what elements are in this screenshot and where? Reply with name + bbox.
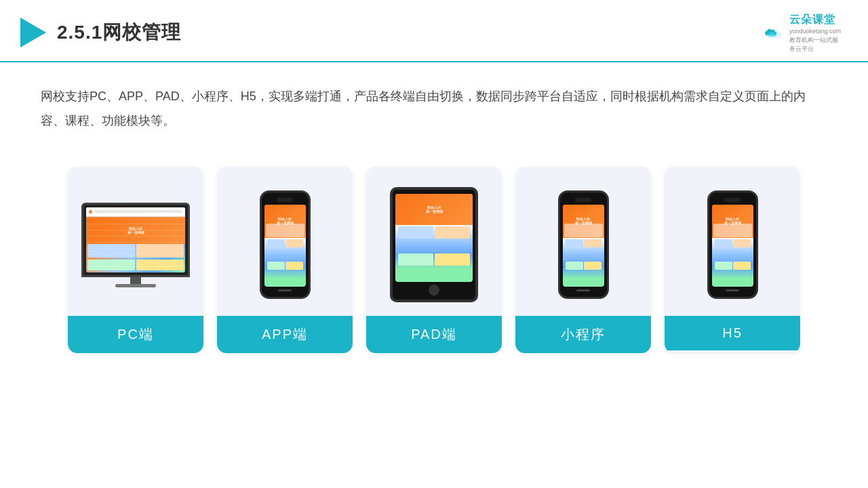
cards-section: 职达人的第一堂网课 PC端 xyxy=(0,153,868,373)
card-pad: 职达人的第一堂网课 PAD端 xyxy=(366,167,502,353)
card-miniprogram-label: 小程序 xyxy=(515,316,651,353)
phone-mockup-mp: 职达人的第一堂网课 xyxy=(558,190,609,299)
phone-home-mp xyxy=(576,289,590,291)
header-left: 2.5.1网校管理 xyxy=(20,18,181,47)
card-miniprogram: 职达人的第一堂网课 小程序 xyxy=(515,167,651,353)
phone-screen-h5: 职达人的第一堂网课 xyxy=(712,205,753,287)
card-pc-label: PC端 xyxy=(68,316,203,353)
play-icon xyxy=(20,18,46,47)
phone-home-app xyxy=(278,289,292,291)
card-pc: 职达人的第一堂网课 PC端 xyxy=(68,167,203,353)
phone-screen-app: 职达人的第一堂网课 xyxy=(264,205,306,287)
card-pad-label: PAD端 xyxy=(366,316,502,353)
phone-mockup-h5: 职达人的第一堂网课 xyxy=(707,190,758,299)
card-pc-image: 职达人的第一堂网课 xyxy=(68,167,203,316)
pc-mockup: 职达人的第一堂网课 xyxy=(81,203,190,287)
card-app-label: APP端 xyxy=(217,316,353,353)
logo-name: 云朵课堂 xyxy=(789,12,841,27)
logo-url: yunduoketang.com xyxy=(789,27,841,36)
pc-screen-frame: 职达人的第一堂网课 xyxy=(81,203,190,277)
phone-home-h5 xyxy=(726,289,739,291)
tablet-screen: 职达人的第一堂网课 xyxy=(395,194,473,282)
logo-area: 云朵课堂 yunduoketang.com 教育机构一站式服务云平台 xyxy=(762,12,841,53)
phone-notch xyxy=(277,198,293,202)
tablet-mockup: 职达人的第一堂网课 xyxy=(390,187,478,302)
logo-text: 云朵课堂 yunduoketang.com 教育机构一站式服务云平台 xyxy=(789,12,841,53)
card-app-image: 职达人的第一堂网课 xyxy=(217,167,353,316)
description: 网校支持PC、APP、PAD、小程序、H5，实现多端打通，产品各终端自由切换，数… xyxy=(0,62,868,146)
card-h5-image: 职达人的第一堂网课 xyxy=(665,167,800,316)
card-h5: 职达人的第一堂网课 H5 xyxy=(665,167,800,353)
header: 2.5.1网校管理 云朵课堂 yunduoketang.com 教育机构一站式服… xyxy=(0,0,868,62)
phone-notch-h5 xyxy=(724,198,741,202)
pc-base xyxy=(115,284,156,287)
card-app: 职达人的第一堂网课 APP端 xyxy=(217,167,353,353)
pc-screen: 职达人的第一堂网课 xyxy=(86,207,185,272)
cloud-icon xyxy=(762,26,784,39)
phone-screen-mp: 职达人的第一堂网课 xyxy=(563,205,604,287)
phone-notch-mp xyxy=(575,198,591,202)
logo-tagline: 教育机构一站式服务云平台 xyxy=(789,36,841,53)
card-pad-image: 职达人的第一堂网课 xyxy=(366,167,502,316)
pc-neck xyxy=(130,277,141,284)
page-title: 2.5.1网校管理 xyxy=(57,20,181,45)
card-h5-label: H5 xyxy=(665,316,800,350)
tablet-home-btn xyxy=(429,285,439,296)
phone-mockup-app: 职达人的第一堂网课 xyxy=(260,190,311,299)
card-miniprogram-image: 职达人的第一堂网课 xyxy=(515,167,651,316)
